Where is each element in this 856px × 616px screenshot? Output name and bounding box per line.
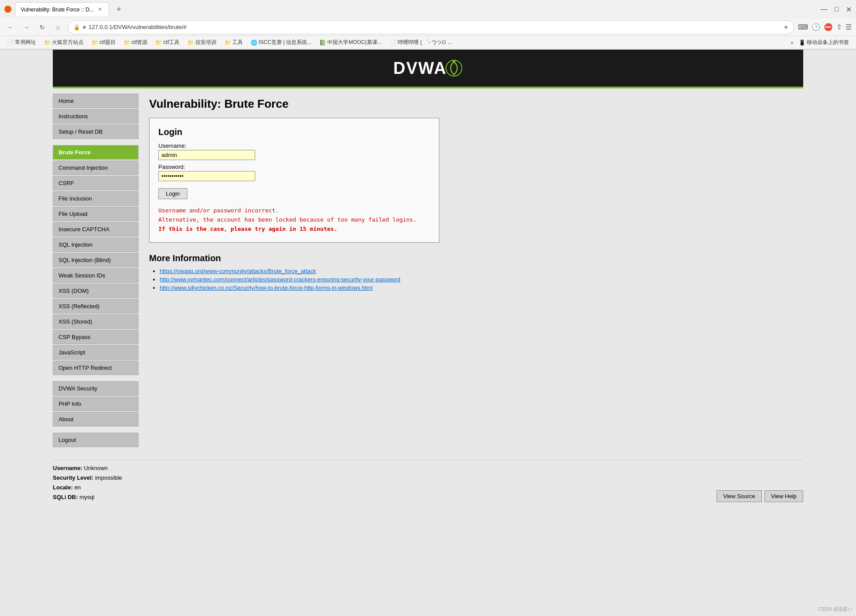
footer-username: Username: Unknown xyxy=(53,463,122,473)
bookmark-ctfgj[interactable]: 📁 ctf工具 xyxy=(153,38,182,47)
sidebar-item-home[interactable]: Home xyxy=(53,94,139,108)
sidebar-divider-1 xyxy=(53,140,139,144)
password-input[interactable] xyxy=(158,171,255,181)
bookmark-label: 火狐官方站点 xyxy=(52,39,84,46)
bookmark-label: 中国大学MOOC(慕课... xyxy=(327,39,381,46)
more-info-item-1: https://owasp.org/www-community/attacks/… xyxy=(160,268,793,274)
svg-point-1 xyxy=(453,60,455,63)
sqli-value: mysql xyxy=(80,494,95,500)
page-wrapper: DVWA Home Instructions Setup / Reset DB … xyxy=(0,50,856,616)
sidebar-item-xss-dom[interactable]: XSS (DOM) xyxy=(53,284,139,298)
sidebar-nav: Home Instructions Setup / Reset DB Brute… xyxy=(53,94,139,447)
close-btn[interactable]: ✕ xyxy=(846,5,852,14)
more-info-list: https://owasp.org/www-community/attacks/… xyxy=(149,268,793,291)
back-button[interactable]: ← xyxy=(4,21,17,33)
error-message: Username and/or password incorrect. Alte… xyxy=(158,206,430,233)
sidebar-divider-3 xyxy=(53,427,139,432)
bookmark-iscc[interactable]: 🌐 ISCC竞赛 | 信息系统... xyxy=(248,38,314,47)
username-label: Username: xyxy=(53,465,82,471)
more-information-section: More Information https://owasp.org/www-c… xyxy=(149,253,793,291)
sidebar-item-xss-reflected[interactable]: XSS (Reflected) xyxy=(53,299,139,313)
mobile-label: 移动设备上的书签 xyxy=(807,39,849,46)
extensions-icon[interactable]: ⌨ xyxy=(798,23,808,31)
forward-button[interactable]: → xyxy=(20,21,33,33)
sidebar-item-sql-injection[interactable]: SQL Injection xyxy=(53,237,139,252)
login-button[interactable]: Login xyxy=(158,188,187,199)
sidebar-item-weak-session[interactable]: Weak Session IDs xyxy=(53,268,139,283)
page-footer: Username: Unknown Security Level: imposs… xyxy=(53,459,803,507)
block-icon[interactable]: ⛔ xyxy=(824,23,833,31)
sidebar-item-csrf[interactable]: CSRF xyxy=(53,176,139,190)
bookmark-label: ISCC竞赛 | 信息系统... xyxy=(259,39,311,46)
sidebar-item-xss-stored[interactable]: XSS (Stored) xyxy=(53,314,139,329)
star-icon[interactable]: ★ xyxy=(783,24,789,30)
share-icon[interactable]: ⇧ xyxy=(836,23,842,31)
more-info-item-2: http://www.symantec.com/connect/articles… xyxy=(160,276,793,283)
mobile-bookmarks[interactable]: 📱 移动设备上的书签 xyxy=(796,38,852,47)
bookmark-ctfzy[interactable]: 📁 ctf资源 xyxy=(121,38,150,47)
sidebar-item-setup[interactable]: Setup / Reset DB xyxy=(53,124,139,139)
sidebar-item-csp-bypass[interactable]: CSP Bypass xyxy=(53,330,139,344)
bookmark-mooc[interactable]: 📗 中国大学MOOC(慕课... xyxy=(317,38,384,47)
minimize-btn[interactable]: — xyxy=(820,5,827,14)
sidebar-item-insecure-captcha[interactable]: Insecure CAPTCHA xyxy=(53,222,139,237)
username-input[interactable] xyxy=(158,150,255,160)
bookmarks-bar: 📄 常用网址 📁 火狐官方站点 📁 ctf题目 📁 ctf资源 📁 ctf工具 … xyxy=(0,36,856,49)
error-line1: Username and/or password incorrect. xyxy=(158,206,430,215)
sidebar-item-file-upload[interactable]: File Upload xyxy=(53,207,139,221)
folder-icon: 📁 xyxy=(91,40,98,46)
bookmark-ctftm[interactable]: 📁 ctf题目 xyxy=(89,38,118,47)
page-icon: 📄 xyxy=(390,40,396,46)
address-bar[interactable]: 🔒 ■ ★ xyxy=(68,20,794,34)
tab-title: Vulnerability: Brute Force :: D... xyxy=(21,7,94,13)
more-info-item-3: http://www.sillychicken.co.nz/Security/h… xyxy=(160,284,793,291)
password-label: Password: xyxy=(158,164,430,170)
folder-icon: 📁 xyxy=(187,40,194,46)
sidebar-item-open-http[interactable]: Open HTTP Redirect xyxy=(53,361,139,375)
url-input[interactable] xyxy=(88,24,781,30)
bookmark-label: ctf题目 xyxy=(99,39,116,46)
bookmark-firefox[interactable]: 📁 火狐官方站点 xyxy=(41,38,86,47)
login-title: Login xyxy=(158,127,430,137)
more-info-link-1[interactable]: https://owasp.org/www-community/attacks/… xyxy=(160,268,316,274)
sidebar-item-sql-injection-blind[interactable]: SQL Injection (Blind) xyxy=(53,253,139,267)
bookmark-bilibili[interactable]: 📄 哔哩哔哩 ( ゜- °)つロ ... xyxy=(387,38,455,47)
bookmark-changwang[interactable]: 📄 常用网址 xyxy=(4,38,39,47)
login-box: Login Username: Password: Login Username… xyxy=(149,118,439,243)
sidebar-item-php-info[interactable]: PHP Info xyxy=(53,397,139,411)
sidebar-item-javascript[interactable]: JavaScript xyxy=(53,345,139,360)
locale-value: en xyxy=(74,484,80,491)
sidebar-item-brute-force[interactable]: Brute Force xyxy=(53,145,139,160)
dvwa-header: DVWA xyxy=(53,50,803,88)
menu-icon[interactable]: ☰ xyxy=(845,23,852,31)
reload-button[interactable]: ↻ xyxy=(36,21,48,33)
more-info-link-3[interactable]: http://www.sillychicken.co.nz/Security/h… xyxy=(160,284,373,291)
sidebar-item-logout[interactable]: Logout xyxy=(53,433,139,447)
new-tab-button[interactable]: + xyxy=(113,3,125,15)
maximize-btn[interactable]: □ xyxy=(834,5,839,14)
sidebar-item-dvwa-security[interactable]: DVWA Security xyxy=(53,381,139,396)
footer-security: Security Level: impossible xyxy=(53,473,122,483)
bookmark-gj[interactable]: 📁 工具 xyxy=(222,38,245,47)
bookmarks-more-btn[interactable]: » xyxy=(790,40,794,46)
history-icon[interactable]: 🕑 xyxy=(812,23,820,31)
bookmark-xinap[interactable]: 📁 信安培训 xyxy=(185,38,219,47)
browser-titlebar: Vulnerability: Brute Force :: D... ✕ + —… xyxy=(0,0,856,18)
error-line2: Alternative, the account has been locked… xyxy=(158,215,430,225)
sidebar-item-command-injection[interactable]: Command Injection xyxy=(53,160,139,175)
home-button[interactable]: ⌂ xyxy=(52,21,64,33)
username-row: Username: xyxy=(158,142,430,160)
sidebar-item-instructions[interactable]: Instructions xyxy=(53,109,139,124)
sidebar-item-file-inclusion[interactable]: File Inclusion xyxy=(53,191,139,206)
tab-close-btn[interactable]: ✕ xyxy=(96,6,103,13)
view-help-button[interactable]: View Help xyxy=(765,490,803,502)
more-info-link-2[interactable]: http://www.symantec.com/connect/articles… xyxy=(160,276,400,283)
more-info-title: More Information xyxy=(149,253,793,263)
browser-chrome: Vulnerability: Brute Force :: D... ✕ + —… xyxy=(0,0,856,50)
sidebar-item-about[interactable]: About xyxy=(53,412,139,426)
window-controls: — □ ✕ xyxy=(820,5,852,14)
browser-tab[interactable]: Vulnerability: Brute Force :: D... ✕ xyxy=(15,2,109,16)
browser-toolbar: ← → ↻ ⌂ 🔒 ■ ★ ⌨ 🕑 ⛔ ⇧ ☰ xyxy=(0,18,856,36)
view-source-button[interactable]: View Source xyxy=(717,490,762,502)
sqli-label: SQLi DB: xyxy=(53,494,78,500)
